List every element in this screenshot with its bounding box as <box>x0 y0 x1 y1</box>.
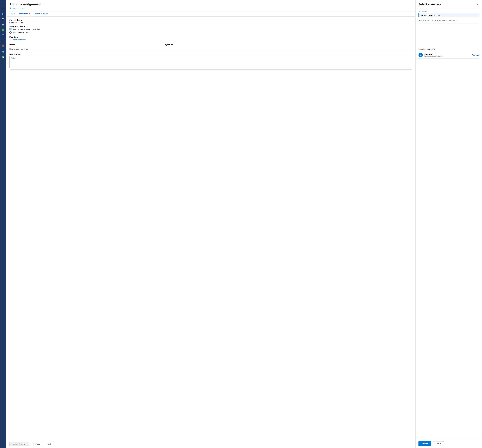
close-button[interactable]: Close <box>433 441 444 446</box>
assign-access-label: Assign access to <box>9 25 412 27</box>
select-members-panel: Select members ✕ Select i No users, grou… <box>415 0 482 448</box>
cube-icon[interactable] <box>1 33 5 38</box>
feedback-bar[interactable]: Got feedback? <box>6 6 415 11</box>
feedback-icon <box>9 7 12 10</box>
selected-members-label: Selected members: <box>419 48 479 50</box>
menu-icon[interactable] <box>1 17 5 21</box>
description-label: Description <box>9 53 412 55</box>
shield-icon[interactable] <box>1 44 5 48</box>
svg-rect-12 <box>3 30 4 31</box>
svg-marker-16 <box>2 51 4 53</box>
star-icon[interactable] <box>1 22 5 27</box>
svg-rect-13 <box>2 35 4 36</box>
select-members-link[interactable]: + Select members <box>9 39 412 41</box>
select-panel-header: Select members ✕ <box>416 0 482 8</box>
chart-icon[interactable] <box>1 11 5 16</box>
select-panel-footer: Select Close <box>416 439 482 448</box>
svg-rect-10 <box>3 29 4 30</box>
radio-user-group-label: User, group, or service principal <box>13 28 40 30</box>
selected-role-label: Selected role <box>9 19 412 21</box>
member-email: jane.doe@contoso.com <box>424 55 471 57</box>
circle-green-icon[interactable] <box>1 55 5 59</box>
select-panel-title: Select members <box>419 3 441 6</box>
avatar: JD <box>419 53 423 57</box>
description-textarea[interactable] <box>9 56 412 68</box>
select-panel-content: Select i No users, groups, or service pr… <box>416 8 482 439</box>
svg-rect-2 <box>2 13 3 15</box>
tab-role[interactable]: Role <box>9 11 17 16</box>
svg-marker-8 <box>2 24 4 26</box>
table-header-name: Name <box>9 43 164 47</box>
members-section: Members + Select members <box>9 36 412 41</box>
select-members-plus: + <box>9 39 11 41</box>
tabs-container: Role Members Review + assign <box>6 11 415 16</box>
radio-user-group-circle <box>9 28 12 30</box>
role-panel: Add role assignment ··· Got feedback? Ro… <box>6 0 415 448</box>
select-members-text: Select members <box>12 39 26 41</box>
select-field-label: Select i <box>419 10 479 12</box>
select-confirm-button[interactable]: Select <box>419 441 431 446</box>
member-name: Jane Doe <box>424 53 471 55</box>
sql-icon[interactable]: SQL <box>1 39 5 43</box>
members-tab-dot <box>29 13 30 14</box>
description-section: Description <box>9 53 412 69</box>
bottom-bar: Review + assign Previous Next <box>6 440 415 448</box>
close-panel-button[interactable]: ✕ <box>476 2 479 6</box>
more-button[interactable]: ··· <box>42 2 46 6</box>
remove-member-button[interactable]: Remove <box>472 54 479 56</box>
no-results-text: No users, groups, or service principals … <box>419 19 479 24</box>
collapse-icon[interactable]: » <box>2 1 5 5</box>
diamond-icon[interactable] <box>1 49 5 54</box>
svg-rect-4 <box>4 13 4 15</box>
no-members-text: No members selected <box>9 47 412 51</box>
search-input[interactable] <box>419 13 479 17</box>
feedback-text: Got feedback? <box>13 8 24 9</box>
member-info: Jane Doe jane.doe@contoso.com <box>424 53 471 57</box>
table-header-objectid: Object ID <box>164 43 412 47</box>
add-icon[interactable] <box>1 6 5 10</box>
radio-managed-identity-circle <box>9 31 12 33</box>
members-table: Name Object ID No members selected <box>9 43 412 51</box>
info-icon[interactable]: i <box>425 10 427 12</box>
panel-header: Add role assignment ··· <box>6 0 415 6</box>
svg-point-15 <box>3 46 4 47</box>
previous-button[interactable]: Previous <box>30 442 43 446</box>
radio-user-group[interactable]: User, group, or service principal <box>9 28 412 30</box>
member-row: JD Jane Doe jane.doe@contoso.com Remove <box>419 52 479 59</box>
members-label: Members <box>9 36 412 38</box>
svg-text:SQL: SQL <box>2 40 3 42</box>
svg-rect-9 <box>2 29 3 30</box>
sidebar: » <box>0 0 6 448</box>
scrollbar[interactable] <box>10 70 412 70</box>
tab-members[interactable]: Members <box>17 11 32 16</box>
tab-review-assign[interactable]: Review + assign <box>32 11 50 16</box>
role-content: Selected role Chamber Admin Assign acces… <box>6 16 415 440</box>
svg-rect-3 <box>3 13 3 15</box>
grid-icon[interactable] <box>1 28 5 32</box>
main-area: Add role assignment ··· Got feedback? Ro… <box>6 0 415 448</box>
radio-group: User, group, or service principal Manage… <box>9 28 412 33</box>
review-assign-button[interactable]: Review + assign <box>9 442 29 446</box>
svg-rect-11 <box>2 30 3 31</box>
next-button[interactable]: Next <box>44 442 54 446</box>
svg-point-20 <box>10 8 11 8</box>
radio-managed-identity[interactable]: Managed identity <box>9 31 412 33</box>
radio-managed-identity-label: Managed identity <box>13 32 28 33</box>
selected-role-value: Chamber Admin <box>9 22 412 24</box>
panel-title: Add role assignment <box>9 3 41 6</box>
table-row: No members selected <box>9 47 412 51</box>
svg-point-19 <box>3 57 3 57</box>
